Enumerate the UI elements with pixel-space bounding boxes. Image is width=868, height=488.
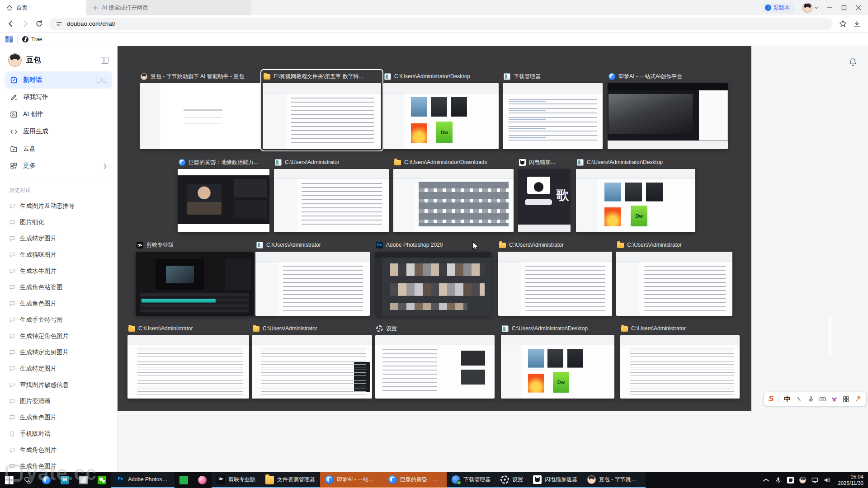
window-thumbnail-17[interactable]: 设置 [375, 324, 495, 399]
tray-mic-icon[interactable] [775, 477, 782, 483]
window-thumbnail-14[interactable]: C:\Users\Administrator [616, 240, 732, 316]
collapse-sidebar-icon[interactable] [101, 57, 109, 64]
tab-home[interactable]: 首页 [0, 0, 86, 15]
notification-bell-icon[interactable] [849, 58, 857, 66]
maximize-button[interactable] [841, 5, 847, 11]
sidebar-item-4[interactable]: 云盘 [5, 140, 113, 157]
window-thumbnail-18[interactable]: C:\Users\Administrator\DesktopDw [501, 324, 614, 399]
sidebar-item-0[interactable]: 新对话 [5, 71, 113, 89]
forward-button[interactable] [21, 20, 29, 28]
green-app-button[interactable] [175, 472, 193, 488]
history-item-16[interactable]: 生成角色图片 [0, 458, 117, 472]
address-bar[interactable]: doubao.com/chat/ [49, 18, 833, 30]
sidebar-item-5[interactable]: 更多❯ [5, 157, 113, 174]
sidebar-item-1[interactable]: 帮我写作 [5, 89, 113, 106]
window-thumbnail-2[interactable]: C:\Users\Administrator\DesktopDw [383, 71, 499, 149]
tray-cat-icon[interactable] [787, 477, 794, 483]
window-thumbnail-12[interactable]: PsAdobe Photoshop 2020 [375, 240, 491, 316]
history-item-6[interactable]: 生成角色图片 [0, 296, 117, 312]
window-thumbnail-5[interactable]: 巨婴的黄昏：地缘政治能力... [178, 157, 269, 232]
taskbar: MPsAdobe Photosho...剪映专业版文件资源管理器即梦AI - 一… [0, 472, 868, 488]
history-item-4[interactable]: 生成水牛图片 [0, 263, 117, 279]
scrollbar-thumb[interactable] [828, 315, 832, 356]
photoshop-task[interactable]: PsAdobe Photosho... [111, 472, 175, 488]
history-item-12[interactable]: 图片变清晰 [0, 393, 117, 409]
search-icon [24, 476, 32, 484]
tab-new[interactable]: AI 搜索或打开网页 [86, 0, 251, 15]
history-item-0[interactable]: 生成图片及动态推导 [0, 198, 117, 214]
window-thumbnail-0[interactable]: 豆包 - 字节跳动旗下 AI 智能助手 - 豆包 [140, 71, 261, 149]
window-thumbnail-1[interactable]: F:\翼狐网教程文件夹\第五章 数字特... [263, 71, 381, 149]
bookmark-trae[interactable]: Trae [22, 36, 42, 42]
sidebar-item-2[interactable]: AI 创作 [5, 106, 113, 123]
history-item-11[interactable]: 查找图片敏感信息 [0, 377, 117, 393]
window-thumbnail-7[interactable]: C:\Users\Administrator\Downloads [393, 157, 514, 232]
window-thumbnail-3[interactable]: 下载管理器 [503, 71, 603, 149]
history-item-3[interactable]: 生成猫咪图片 [0, 247, 117, 263]
close-button[interactable] [855, 5, 862, 11]
history-item-7[interactable]: 生成手套特写图 [0, 312, 117, 328]
apps-grid-icon[interactable] [5, 36, 13, 43]
window-preview [608, 83, 728, 149]
history-item-9[interactable]: 生成特定比例图片 [0, 344, 117, 361]
history-item-8[interactable]: 生成特定角色图片 [0, 328, 117, 344]
back-button[interactable] [7, 20, 15, 28]
maya-button[interactable]: M [56, 472, 74, 488]
browser-avatar-button[interactable] [802, 3, 818, 13]
capcut-task[interactable]: 剪映专业版 [212, 472, 260, 488]
quark-browser-button[interactable] [37, 472, 56, 488]
file-explorer-task[interactable]: 文件资源管理器 [260, 472, 320, 488]
video-task[interactable]: 巨婴的黄昏：地缘... [383, 472, 447, 488]
av-icon [141, 73, 147, 80]
start-button[interactable] [0, 472, 19, 488]
window-thumbnail-11[interactable]: C:\Users\Administrator [255, 240, 370, 316]
window-thumbnail-16[interactable]: C:\Users\Administrator [252, 324, 372, 399]
folder-icon [499, 243, 506, 248]
history-item-15[interactable]: 生成角色图片 [0, 442, 117, 458]
lightning-cat-task[interactable]: 闪电猫加速器 [528, 472, 582, 488]
toolbox-grid-icon[interactable] [843, 396, 849, 403]
tray-doubao-icon[interactable] [799, 477, 806, 483]
pink-app-button[interactable] [193, 472, 212, 488]
grey-app-button[interactable] [74, 472, 93, 488]
sogou-logo-icon[interactable]: S [769, 394, 774, 404]
handwriting-icon[interactable] [796, 396, 802, 403]
bookmark-star-icon[interactable] [839, 20, 847, 28]
tray-monitor-icon[interactable] [811, 477, 818, 483]
cloud-drive-icon [10, 145, 18, 153]
sidebar-item-3[interactable]: 应用生成 [5, 123, 113, 140]
history-item-14[interactable]: 手机版对话 [0, 426, 117, 442]
history-item-2[interactable]: 生成特定图片 [0, 230, 117, 247]
doubao-task[interactable]: 豆包 - 字节跳动旗... [582, 472, 646, 488]
skin-icon[interactable] [831, 396, 838, 403]
download-icon[interactable] [853, 20, 861, 28]
history-item-13[interactable]: 生成角色图片 [0, 409, 117, 426]
wechat-button[interactable] [93, 472, 111, 488]
minimize-button[interactable] [826, 5, 833, 11]
history-item-5[interactable]: 生成角色站姿图 [0, 279, 117, 296]
settings-task[interactable]: 设置 [495, 472, 528, 488]
window-thumbnail-6[interactable]: C:\Users\Administrator [274, 157, 389, 232]
new-version-badge[interactable]: ↑ 新版本 [763, 3, 794, 13]
window-thumbnail-8[interactable]: 闪电猫加...歌 [518, 157, 571, 232]
taskbar-clock[interactable]: 15:04 2025/11/30 [836, 474, 863, 486]
window-thumbnail-9[interactable]: C:\Users\Administrator\DesktopDw [576, 157, 695, 232]
tray-speaker-icon[interactable] [824, 477, 830, 483]
history-item-1[interactable]: 图片细化 [0, 214, 117, 230]
window-thumbnail-19[interactable]: C:\Users\Administrator [620, 324, 740, 399]
ime-tools-icon[interactable] [854, 396, 861, 403]
window-thumbnail-4[interactable]: 即梦AI - 一站式AI创作平台 [608, 71, 728, 149]
refresh-button[interactable] [35, 20, 43, 28]
window-thumbnail-10[interactable]: 剪映专业版 [136, 240, 254, 316]
search-button[interactable] [19, 472, 37, 488]
keyboard-icon[interactable] [819, 396, 826, 403]
download-manager-task[interactable]: 下载管理器 [447, 472, 495, 488]
mic-icon[interactable] [807, 396, 814, 403]
window-thumbnail-13[interactable]: C:\Users\Administrator [498, 240, 612, 316]
bookmarks-bar: Trae [0, 33, 868, 46]
window-thumbnail-15[interactable]: C:\Users\Administrator [127, 324, 249, 399]
jimeng-task[interactable]: 即梦AI - 一站式AI... [320, 472, 383, 488]
history-item-10[interactable]: 生成特定图片 [0, 361, 117, 377]
ime-mode-toggle[interactable]: 中 [784, 395, 791, 404]
tray-chevron-up-icon[interactable] [763, 477, 769, 483]
